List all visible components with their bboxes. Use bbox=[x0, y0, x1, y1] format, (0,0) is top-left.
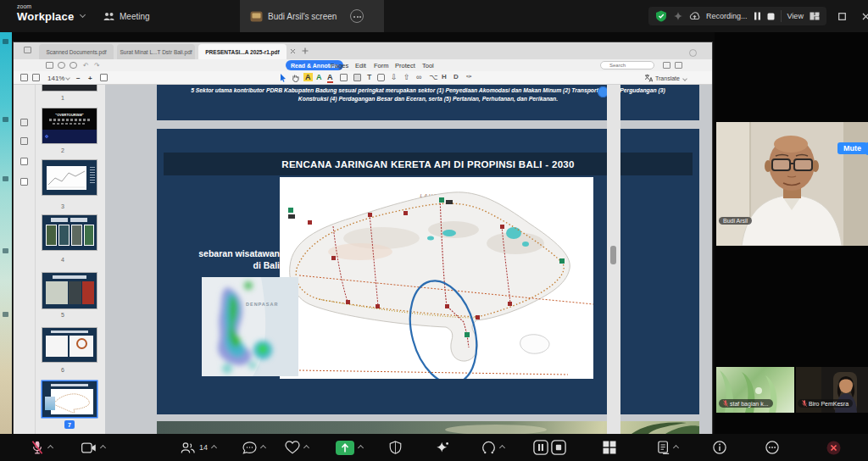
doc-tab-surat[interactable]: Surat Minat L...T Dstr Bali.pdf bbox=[117, 44, 195, 59]
attachment-view-icon[interactable] bbox=[20, 178, 28, 186]
link-tool-icon[interactable]: ∞ bbox=[416, 73, 421, 81]
document-scrollbar[interactable] bbox=[607, 85, 620, 434]
hand-pan-icon[interactable] bbox=[292, 74, 299, 82]
workplace-dropdown-icon[interactable] bbox=[80, 12, 86, 18]
download-tool-icon[interactable]: ⇩ bbox=[391, 73, 398, 81]
translate-dropdown-icon[interactable] bbox=[682, 76, 687, 81]
close-tab-icon[interactable] bbox=[290, 48, 296, 54]
sidebar-toggle-icon[interactable] bbox=[20, 74, 28, 81]
menu-tool[interactable]: Tool bbox=[422, 60, 434, 70]
mute-button[interactable]: Mute bbox=[837, 142, 867, 154]
apps-control[interactable] bbox=[603, 434, 616, 461]
doc-tab-presentasi[interactable]: PRESENTASI...A 2025-r1.pdf bbox=[198, 44, 287, 59]
zoom-dropdown-icon[interactable] bbox=[65, 75, 70, 81]
share-screen-control[interactable] bbox=[336, 434, 363, 461]
doc-tab-scanned[interactable]: Scanned Documents.pdf bbox=[39, 44, 114, 59]
thumbnail-page-6[interactable] bbox=[42, 328, 97, 362]
document-area: 5 Sektor utama kontributor PDRB Kabupate… bbox=[105, 85, 712, 434]
menu-protect[interactable]: Protect bbox=[395, 60, 415, 70]
open-file-icon[interactable] bbox=[46, 62, 53, 69]
signature-tool-icon[interactable]: ✑ bbox=[466, 73, 472, 81]
node-tool-icon[interactable]: ⌥ bbox=[429, 73, 437, 81]
text-color-tool-icon[interactable]: A bbox=[316, 73, 322, 81]
fit-page-icon[interactable] bbox=[100, 74, 108, 81]
menu-edit[interactable]: Edit bbox=[355, 60, 366, 70]
view-button-label[interactable]: View bbox=[787, 12, 804, 20]
annotation-list-icon[interactable] bbox=[20, 158, 28, 165]
ai-companion-icon[interactable] bbox=[673, 11, 683, 21]
notes-options-icon[interactable] bbox=[673, 444, 679, 450]
video-control[interactable] bbox=[81, 434, 105, 461]
shape-tool-icon[interactable] bbox=[340, 74, 348, 81]
upload-tool-icon[interactable]: ⇧ bbox=[403, 73, 410, 81]
comment-tool-icon[interactable] bbox=[377, 74, 385, 81]
draw-tool-icon[interactable]: D bbox=[453, 73, 459, 81]
cloud-recording-icon bbox=[689, 12, 700, 20]
print-icon[interactable] bbox=[58, 62, 65, 69]
close-window-icon[interactable] bbox=[853, 0, 868, 32]
translate-label[interactable]: Translate bbox=[655, 74, 680, 82]
tab-screen-share[interactable]: Budi Arsil's screen bbox=[240, 0, 384, 32]
end-meeting-control[interactable] bbox=[826, 434, 841, 461]
reactions-control[interactable] bbox=[285, 434, 309, 461]
menu-pages[interactable]: Pages bbox=[331, 60, 348, 70]
maximize-button[interactable] bbox=[829, 0, 854, 32]
mic-options-icon[interactable] bbox=[47, 444, 53, 450]
more-control[interactable] bbox=[765, 434, 779, 461]
participants-options-icon[interactable] bbox=[211, 444, 217, 450]
thumbnail-page-2[interactable]: "OVERTOURISM" bbox=[42, 108, 97, 143]
header-tool-icon[interactable]: H bbox=[442, 73, 447, 81]
highlight-tool-icon[interactable]: A bbox=[303, 73, 313, 81]
tab-options-icon[interactable] bbox=[350, 9, 364, 23]
select-cursor-icon[interactable] bbox=[280, 74, 287, 82]
text-tool-icon[interactable]: T bbox=[367, 73, 372, 81]
security-control[interactable] bbox=[389, 434, 402, 461]
thumbnail-page-7-active[interactable] bbox=[42, 381, 97, 417]
pause-recording-icon[interactable] bbox=[754, 12, 761, 20]
image-tool-icon[interactable] bbox=[353, 74, 361, 81]
people-icon bbox=[103, 12, 114, 21]
thumbnail-page-1[interactable] bbox=[42, 85, 97, 91]
mic-control[interactable] bbox=[31, 434, 53, 461]
zoom-out-icon[interactable]: − bbox=[76, 74, 81, 82]
video-options-icon[interactable] bbox=[100, 444, 106, 450]
thumbnail-page-4[interactable] bbox=[42, 215, 97, 250]
app-menu-icon[interactable] bbox=[24, 47, 31, 53]
video-tile-small-2[interactable]: Biro PemKesra bbox=[796, 367, 868, 413]
video-tile-main[interactable]: Mute Budi Arsil bbox=[716, 122, 868, 246]
layout-options-icon[interactable] bbox=[675, 62, 682, 69]
share-options-icon[interactable] bbox=[358, 444, 364, 450]
thumbnail-page-3[interactable] bbox=[42, 160, 97, 195]
thumbnail-view-icon[interactable] bbox=[20, 119, 28, 126]
menu-form[interactable]: Form bbox=[374, 60, 389, 70]
scrollbar-thumb[interactable] bbox=[610, 246, 616, 264]
redo-icon[interactable]: ↷ bbox=[94, 62, 100, 69]
video-tile-small-1[interactable]: staf bagian k... bbox=[716, 367, 794, 413]
undo-icon[interactable]: ↶ bbox=[83, 62, 89, 69]
help-icon[interactable] bbox=[689, 49, 697, 57]
participants-control[interactable]: 14 bbox=[181, 434, 216, 461]
zoom-in-icon[interactable]: + bbox=[88, 74, 92, 82]
minimize-button[interactable] bbox=[802, 0, 827, 32]
record-control[interactable] bbox=[481, 434, 504, 461]
print-preview-icon[interactable] bbox=[663, 62, 670, 69]
info-control[interactable] bbox=[713, 434, 726, 461]
stop-button-icon[interactable] bbox=[551, 440, 566, 455]
hand-tool-icon[interactable] bbox=[32, 74, 40, 81]
pause-button-icon[interactable] bbox=[533, 440, 548, 455]
reactions-options-icon[interactable] bbox=[303, 444, 309, 450]
search-input[interactable] bbox=[600, 61, 654, 69]
notes-control[interactable] bbox=[658, 434, 678, 461]
thumbnail-page-5[interactable] bbox=[42, 273, 97, 308]
tab-meeting[interactable]: Meeting bbox=[93, 0, 160, 32]
save-icon[interactable] bbox=[70, 62, 77, 69]
new-tab-icon[interactable] bbox=[302, 47, 309, 54]
underline-tool-icon[interactable]: A bbox=[327, 73, 333, 83]
ai-companion-control[interactable] bbox=[436, 434, 450, 461]
chat-options-icon[interactable] bbox=[260, 444, 266, 450]
stop-recording-icon[interactable] bbox=[767, 13, 775, 20]
record-options-icon[interactable] bbox=[499, 444, 505, 450]
security-shield-icon[interactable] bbox=[655, 10, 667, 22]
chat-control[interactable] bbox=[242, 434, 265, 461]
bookmark-view-icon[interactable] bbox=[20, 137, 28, 145]
